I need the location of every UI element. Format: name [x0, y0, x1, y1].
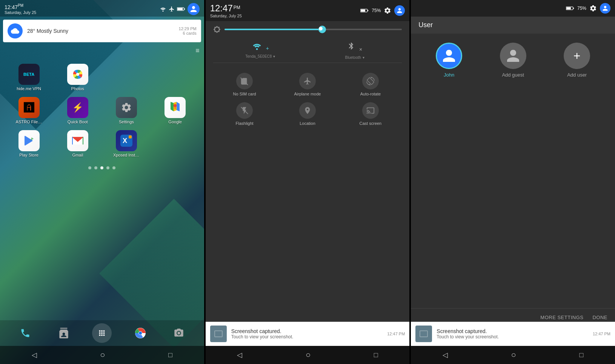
- page-dots: [0, 166, 204, 169]
- home-button[interactable]: ○: [100, 350, 105, 360]
- app-item-playstore[interactable]: Play Store: [6, 130, 52, 157]
- user-account-guest[interactable]: Add guest: [500, 43, 526, 78]
- svg-point-15: [256, 48, 258, 50]
- app-item-vpn[interactable]: BETA hide.me VPN: [6, 64, 52, 91]
- user-account-adduser[interactable]: + Add user: [564, 43, 590, 78]
- app-label-astro: ASTRO File Ma...: [16, 120, 42, 124]
- dock-chrome[interactable]: [131, 323, 150, 343]
- dock-camera[interactable]: [169, 323, 189, 343]
- status-date: Saturday, July 25: [5, 10, 36, 15]
- app-item-quickboot[interactable]: ⚡ Quick Boot: [55, 97, 100, 124]
- app-label-playstore: Play Store: [19, 153, 38, 157]
- bluetooth-tile[interactable]: × Bluetooth ▾: [308, 36, 402, 63]
- user-notif-content: Screenshot captured. Touch to view your …: [437, 328, 588, 339]
- bluetooth-label-row: Bluetooth ▾: [345, 55, 364, 60]
- airplane-toggle-icon: [299, 73, 316, 89]
- wifi-tile[interactable]: + Tenda_5E0EC8 ▾: [213, 36, 308, 63]
- airplane-label: Airplane mode: [294, 92, 321, 96]
- app-item-settings[interactable]: Settings: [103, 97, 149, 124]
- app-label-settings: Settings: [119, 120, 134, 124]
- app-icon-maps: [165, 97, 186, 118]
- back-button[interactable]: ◁: [32, 351, 37, 359]
- brightness-row: [206, 21, 410, 36]
- status-bar: 12:47PM Saturday, July 25: [0, 0, 204, 17]
- user-status-bar: 75%: [411, 0, 615, 17]
- shade-status-icons: 75%: [360, 5, 405, 16]
- user-home-button[interactable]: ○: [511, 350, 516, 360]
- shade-recent-button[interactable]: □: [374, 351, 378, 359]
- screenshot-thumb: [210, 326, 227, 342]
- battery-percent-shade: 75%: [372, 8, 381, 13]
- shade-notification[interactable]: Screenshot captured. Touch to view your …: [206, 322, 410, 346]
- page-dot-1[interactable]: [88, 166, 91, 169]
- user-panel-header: User: [411, 17, 615, 34]
- home-screen-panel: 12:47PM Saturday, July 25: [0, 0, 204, 364]
- battery-icon-user: [566, 6, 574, 11]
- app-grid: BETA hide.me VPN Photos: [0, 56, 204, 165]
- status-time-date: 12:47PM Saturday, July 25: [5, 3, 36, 15]
- svg-rect-8: [129, 135, 132, 138]
- app-label-photos: Photos: [71, 86, 84, 91]
- app-label-vpn: hide.me VPN: [17, 86, 41, 91]
- svg-rect-14: [361, 9, 365, 12]
- toggle-flashlight[interactable]: Flashlight: [213, 98, 276, 128]
- toggle-autorotate[interactable]: Auto-rotate: [339, 69, 402, 98]
- app-icon-quickboot: ⚡: [67, 97, 88, 118]
- toggle-nosim[interactable]: No SIM card: [213, 69, 276, 98]
- page-dot-3[interactable]: [100, 166, 103, 169]
- location-icon: [299, 102, 316, 119]
- toggle-location[interactable]: Location: [276, 98, 339, 128]
- shade-time: 12:47PM: [210, 3, 242, 14]
- settings-icon-shade[interactable]: [384, 7, 391, 14]
- page-dot-2[interactable]: [94, 166, 97, 169]
- app-item-photos[interactable]: Photos: [55, 64, 100, 91]
- more-settings-button[interactable]: MORE SETTINGS: [540, 315, 583, 320]
- shade-nav-bar: ◁ ○ □: [206, 346, 410, 364]
- svg-text:X: X: [123, 137, 127, 144]
- user-shade-notification[interactable]: Screenshot captured. Touch to view your …: [411, 322, 615, 346]
- dock-phone[interactable]: [15, 323, 35, 343]
- svg-point-11: [139, 332, 142, 335]
- user-avatar-shade[interactable]: [394, 5, 405, 16]
- user-back-button[interactable]: ◁: [443, 351, 448, 359]
- dock-apps[interactable]: [92, 323, 112, 343]
- user-avatar-user-panel[interactable]: [600, 3, 610, 14]
- watermark: TechinDroid: [590, 341, 612, 345]
- align-icon: ≡: [195, 47, 200, 55]
- brightness-track[interactable]: [224, 29, 402, 30]
- wifi-label: Tenda_5E0EC8: [245, 54, 272, 58]
- battery-icon: [177, 6, 185, 12]
- app-item-gmail[interactable]: Gmail: [55, 130, 100, 157]
- castscreen-label: Cast screen: [360, 121, 382, 126]
- recent-button[interactable]: □: [168, 351, 172, 359]
- brightness-icon: [213, 26, 221, 33]
- toggle-airplane[interactable]: Airplane mode: [276, 69, 339, 98]
- dock-contacts[interactable]: [54, 323, 74, 343]
- wifi-tile-icon: +: [252, 41, 269, 53]
- app-item-maps[interactable]: Google: [152, 97, 198, 124]
- shade-time-block: 12:47PM Saturday, July 25: [210, 3, 242, 18]
- app-item-xposed[interactable]: X Xposed Install...: [103, 130, 149, 157]
- user-account-john[interactable]: John: [436, 43, 462, 78]
- bluetooth-tile-icon: ×: [347, 41, 362, 54]
- notification-content: 28° Mostly Sunny: [27, 28, 174, 34]
- user-recent-button[interactable]: □: [579, 351, 583, 359]
- user-accounts-grid: John Add guest + Add user: [411, 34, 615, 84]
- weather-notification[interactable]: 28° Mostly Sunny 12:29 PM 6 cards: [3, 20, 201, 42]
- app-icon-gmail: [67, 130, 88, 151]
- page-dot-4[interactable]: [106, 166, 109, 169]
- notification-shade-panel: 12:47PM Saturday, July 25 75%: [206, 0, 410, 364]
- shade-back-button[interactable]: ◁: [237, 351, 242, 359]
- status-icons: [160, 3, 200, 15]
- settings-icon-user[interactable]: [589, 5, 597, 12]
- app-item-astro[interactable]: 🅰 ASTRO File Ma...: [6, 97, 52, 124]
- user-avatar[interactable]: [188, 3, 200, 15]
- status-time: 12:47PM: [5, 3, 36, 10]
- app-label-gmail: Gmail: [72, 153, 83, 157]
- wifi-icon: [160, 6, 166, 12]
- shade-home-button[interactable]: ○: [306, 350, 311, 360]
- page-dot-5[interactable]: [112, 166, 115, 169]
- toggle-castscreen[interactable]: Cast screen: [339, 98, 402, 128]
- done-button[interactable]: DONE: [592, 315, 607, 320]
- castscreen-icon: [362, 102, 379, 119]
